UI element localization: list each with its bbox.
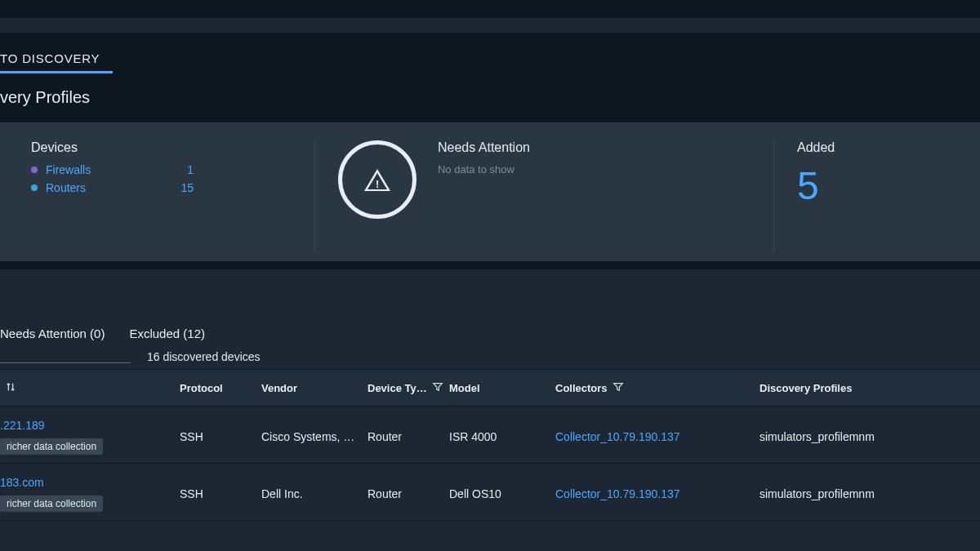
tab-auto-discovery[interactable]: TO DISCOVERY [0, 40, 103, 73]
cell-device-type: Router [368, 430, 449, 443]
discovered-count: 16 discovered devices [147, 350, 261, 363]
summary-added-count[interactable]: 5 [797, 163, 949, 208]
device-badge: richer data collection [0, 495, 103, 512]
col-vendor[interactable]: Vendor [261, 382, 368, 394]
spacer [0, 18, 980, 33]
devices-table: Protocol Vendor Device Ty… Model Collect… [0, 369, 980, 521]
attention-ring-icon: ! [338, 140, 416, 219]
summary-added: Added 5 [773, 140, 972, 253]
col-model[interactable]: Model [449, 382, 555, 394]
legend-label[interactable]: Firewalls [46, 163, 91, 176]
cell-collector-link[interactable]: Collector_10.79.190.137 [555, 430, 760, 443]
legend-row-firewalls[interactable]: Firewalls 1 [31, 163, 292, 176]
device-name-link[interactable]: .221.189 [0, 419, 45, 432]
col-device-type-label: Device Ty… [368, 382, 427, 394]
legend-dot-icon [31, 167, 38, 173]
table-row[interactable]: 183.com richer data collection SSH Dell … [0, 464, 980, 521]
col-device-type[interactable]: Device Ty… [368, 381, 449, 395]
legend-label[interactable]: Routers [46, 181, 86, 194]
device-badge: richer data collection [0, 438, 103, 455]
legend-dot-icon [31, 184, 38, 191]
filter-tabs: Needs Attention (0) Excluded (12) [0, 327, 980, 350]
cell-collector-link[interactable]: Collector_10.79.190.137 [555, 487, 760, 500]
tab-needs-attention[interactable]: Needs Attention (0) [0, 327, 105, 340]
cell-model: ISR 4000 [449, 430, 555, 443]
search-input[interactable] [0, 362, 131, 363]
summary-devices: Devices Firewalls 1 Routers 15 [8, 140, 314, 253]
legend-count: 1 [187, 163, 292, 176]
legend-row-routers[interactable]: Routers 15 [31, 181, 292, 194]
summary-panel: Devices Firewalls 1 Routers 15 ! Needs A… [0, 122, 980, 261]
summary-added-title: Added [797, 140, 949, 155]
filter-icon[interactable] [432, 381, 443, 395]
cell-profile: simulators_profilemnm [760, 430, 972, 443]
cell-protocol: SSH [180, 430, 261, 443]
col-name[interactable] [0, 381, 180, 395]
cell-vendor: Dell Inc. [261, 487, 368, 500]
col-discovery-profiles[interactable]: Discovery Profiles [760, 382, 972, 394]
legend-count: 15 [180, 181, 292, 194]
cell-protocol: SSH [180, 487, 261, 500]
filter-icon[interactable] [612, 381, 624, 395]
primary-tabbar: TO DISCOVERY [0, 33, 980, 73]
spacer [0, 269, 980, 327]
col-collectors[interactable]: Collectors [555, 381, 760, 395]
cell-model: Dell OS10 [449, 487, 555, 500]
cell-device-type: Router [368, 487, 449, 500]
col-protocol[interactable]: Protocol [180, 382, 261, 394]
cell-vendor: Cisco Systems, … [261, 430, 368, 443]
col-collectors-label: Collectors [555, 382, 608, 394]
window-topbar [0, 0, 980, 18]
divider [0, 261, 980, 269]
summary-devices-title: Devices [31, 140, 292, 155]
table-row[interactable]: .221.189 richer data collection SSH Cisc… [0, 407, 980, 464]
tab-excluded[interactable]: Excluded (12) [129, 327, 205, 340]
table-meta: 16 discovered devices [0, 350, 980, 369]
summary-attention-empty: No data to show [438, 163, 530, 176]
summary-attention: ! Needs Attention No data to show [314, 140, 773, 253]
cell-profile: simulators_profilemnm [760, 487, 972, 500]
table-header: Protocol Vendor Device Ty… Model Collect… [0, 369, 980, 407]
summary-attention-title: Needs Attention [438, 140, 530, 155]
sort-icon[interactable] [5, 381, 16, 395]
device-name-link[interactable]: 183.com [0, 476, 44, 489]
page-title: very Profiles [0, 73, 980, 122]
warning-icon: ! [364, 169, 390, 191]
